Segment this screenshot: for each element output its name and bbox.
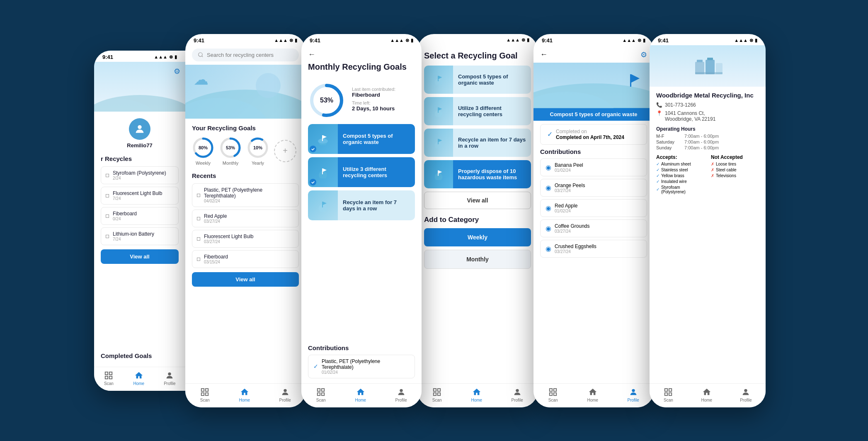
- goal-item-utilize[interactable]: Utilize 3 different recycling centers: [308, 157, 415, 187]
- add-goal-button[interactable]: +: [274, 140, 296, 162]
- weekly-button[interactable]: Weekly: [424, 228, 531, 246]
- goal-option-image: [424, 66, 453, 94]
- item-name: Lithium-ion Battery: [113, 231, 154, 237]
- biz-hero: [650, 45, 766, 87]
- phone-frame-3: 9:41 ▲▲▲ ⊗ ▮ ← Monthly Recycling Goals 5…: [301, 34, 422, 407]
- nav-home[interactable]: Home: [471, 387, 482, 402]
- weekly-donut: 80%: [192, 136, 214, 159]
- goal-option-compost[interactable]: Compost 5 types of organic waste: [424, 66, 531, 94]
- nav-profile[interactable]: Profile: [395, 387, 407, 402]
- search-bar[interactable]: [192, 49, 299, 61]
- status-icons-6: ▲▲▲ ⊗ ▮: [734, 38, 757, 43]
- profile-icon: [628, 387, 638, 397]
- leaf-icon: ◉: [546, 204, 551, 212]
- flag-icon: [317, 166, 329, 178]
- status-bar-6: 9:41 ▲▲▲ ⊗ ▮: [650, 34, 766, 45]
- scan-icon: [548, 387, 558, 397]
- svg-rect-6: [109, 376, 112, 378]
- search-input[interactable]: [207, 52, 293, 58]
- svg-rect-45: [438, 107, 439, 112]
- svg-point-7: [168, 372, 171, 375]
- nav-profile[interactable]: Profile: [164, 370, 175, 386]
- contrib-date: 01/02/24: [555, 168, 583, 173]
- monthly-goals-list: Compost 5 types of organic waste Utilize…: [301, 124, 422, 339]
- status-icons-5: ▲▲▲ ⊗ ▮: [622, 38, 645, 43]
- monthly-button[interactable]: Monthly: [424, 250, 531, 269]
- goal-circle-yearly[interactable]: 10% Yearly: [247, 136, 269, 166]
- back-button[interactable]: ←: [301, 45, 422, 61]
- svg-rect-74: [669, 388, 672, 391]
- svg-rect-5: [105, 376, 108, 378]
- svg-rect-75: [665, 392, 667, 395]
- nav-bar-5: Scan Home Profile: [533, 383, 654, 407]
- nav-profile[interactable]: Profile: [627, 387, 639, 402]
- time-display: 9:41: [310, 37, 320, 44]
- goal-item-compost[interactable]: Compost 5 types of organic waste: [308, 124, 415, 154]
- view-all-button[interactable]: View all: [192, 272, 299, 287]
- goal-option-dispose[interactable]: Properly dispose of 10 hazardous waste i…: [424, 160, 531, 188]
- nav-profile[interactable]: Profile: [279, 387, 291, 402]
- svg-point-23: [284, 389, 286, 392]
- back-button[interactable]: ←: [540, 50, 548, 59]
- wifi-icon: ⊗: [638, 38, 641, 43]
- nav-scan[interactable]: Scan: [316, 387, 326, 402]
- nav-scan[interactable]: Scan: [432, 387, 442, 402]
- monthly-donut: 53%: [219, 136, 242, 159]
- nav-scan[interactable]: Scan: [548, 387, 558, 402]
- svg-rect-54: [438, 388, 440, 391]
- svg-rect-3: [105, 372, 108, 374]
- svg-line-9: [202, 56, 203, 57]
- nav-scan[interactable]: Scan: [663, 387, 673, 402]
- nav-home[interactable]: Home: [701, 387, 712, 402]
- flag-icon: [317, 199, 329, 212]
- svg-rect-36: [318, 388, 320, 391]
- item-icon: ◻: [196, 236, 201, 241]
- nav-profile[interactable]: Profile: [511, 387, 523, 402]
- nav-home[interactable]: Home: [239, 387, 250, 402]
- item-icon: ◻: [105, 172, 109, 178]
- wifi-icon: ⊗: [749, 38, 753, 43]
- goals-section: Your Recycling Goals 80% Weekly: [185, 119, 305, 169]
- contributions-list: Contributions ◉ Banana Peel 01/02/24 ◉ O…: [533, 148, 654, 383]
- nav-profile[interactable]: Profile: [740, 387, 752, 402]
- nav-scan[interactable]: Scan: [104, 370, 114, 386]
- reject-item: ✗ Loose tires: [711, 162, 759, 166]
- status-icons-4: ▲▲▲ ⊗ ▮: [506, 37, 529, 43]
- phone-frame-5: 9:41 ▲▲▲ ⊗ ▮ ← ⚙ Compost 5 types of orga…: [533, 34, 654, 407]
- completed-badge: ✓ Completed on Completed on April 7th, 2…: [540, 124, 647, 145]
- not-accepted-title: Not Accepted: [711, 154, 759, 160]
- nav-scan[interactable]: Scan: [200, 387, 210, 402]
- gear-icon[interactable]: ⚙: [174, 67, 180, 76]
- svg-rect-34: [322, 202, 323, 207]
- svg-point-57: [516, 389, 519, 392]
- goal-option-recycle[interactable]: Recycle an item for 7 days in a row: [424, 129, 531, 157]
- phone-frame-2: 9:41 ▲▲▲ ⊗ ▮ ☁ Your Recycling Goals: [185, 34, 305, 407]
- goal-circle-monthly[interactable]: 53% Monthly: [219, 136, 242, 166]
- wifi-icon: ⊗: [289, 38, 293, 43]
- contrib-date: 01/02/24: [555, 209, 577, 213]
- gear-button[interactable]: ⚙: [640, 50, 647, 59]
- goal-item-recycle[interactable]: Recycle an item for 7 days in a row: [308, 190, 415, 220]
- home-icon: [588, 387, 598, 397]
- item-name: Fiberboard: [204, 254, 228, 260]
- nav-home[interactable]: Home: [133, 370, 144, 386]
- goal-option-utilize[interactable]: Utilize 3 different recycling centers: [424, 97, 531, 125]
- svg-point-2: [138, 125, 141, 129]
- contrib-date: 03/27/24: [555, 249, 596, 254]
- svg-rect-20: [206, 388, 208, 391]
- view-all-button[interactable]: View all: [101, 249, 179, 264]
- nav-home[interactable]: Home: [355, 387, 366, 402]
- svg-rect-42: [438, 76, 439, 81]
- battery-icon: ▮: [643, 38, 645, 43]
- scan-icon: [200, 387, 210, 397]
- svg-rect-62: [550, 388, 552, 391]
- goal-option-image: [424, 129, 453, 157]
- page-title: Monthly Recycling Goals: [308, 62, 415, 72]
- item-icon: ◻: [196, 256, 201, 262]
- list-item: ◻ Fiberboard 0/24: [101, 207, 179, 225]
- nav-home[interactable]: Home: [587, 387, 598, 402]
- view-all-button[interactable]: View all: [424, 192, 531, 209]
- goal-circle-weekly[interactable]: 80% Weekly: [192, 136, 214, 166]
- select-goal-title: Select a Recycling Goal: [417, 44, 538, 66]
- flag-icon: [433, 137, 444, 149]
